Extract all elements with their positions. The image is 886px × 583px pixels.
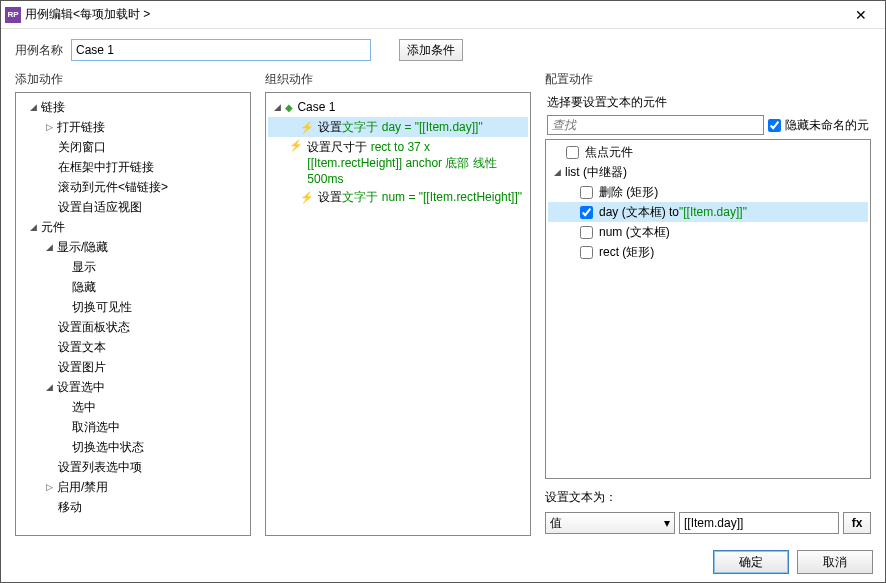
target-tree-box: 焦点元件 ◢list (中继器) 删除 (矩形) day (文本框) to "[… <box>545 139 871 479</box>
add-action-column: 添加动作 ◢链接 ▷打开链接 关闭窗口 在框架中打开链接 滚动到元件<锚链接> … <box>15 71 251 536</box>
action-tree: ◢链接 ▷打开链接 关闭窗口 在框架中打开链接 滚动到元件<锚链接> 设置自适应… <box>16 93 250 521</box>
action-set-size-rect[interactable]: ⚡设置尺寸于 rect to 37 x [[Item.rectHeight]] … <box>268 137 528 187</box>
add-action-box: ◢链接 ▷打开链接 关闭窗口 在框架中打开链接 滚动到元件<锚链接> 设置自适应… <box>15 92 251 536</box>
tree-item[interactable]: 取消选中 <box>18 417 248 437</box>
target-rect[interactable]: rect (矩形) <box>548 242 868 262</box>
hide-unnamed-label: 隐藏未命名的元 <box>785 117 869 134</box>
case-icon: ◆ <box>285 102 293 113</box>
expand-icon[interactable]: ▷ <box>44 482 55 493</box>
configure-column: 配置动作 选择要设置文本的元件 隐藏未命名的元 焦点元件 ◢list (中继器)… <box>545 71 871 536</box>
search-input[interactable] <box>547 115 764 135</box>
target-checkbox[interactable] <box>580 226 593 239</box>
fx-button[interactable]: fx <box>843 512 871 534</box>
case-row[interactable]: ◢◆Case 1 <box>268 97 528 117</box>
window-title: 用例编辑<每项加载时 > <box>25 6 841 23</box>
tree-item[interactable]: 关闭窗口 <box>18 137 248 157</box>
tree-group-widget[interactable]: ◢元件 <box>18 217 248 237</box>
search-row: 隐藏未命名的元 <box>545 115 871 139</box>
tree-item[interactable]: 设置自适应视图 <box>18 197 248 217</box>
ok-button[interactable]: 确定 <box>713 550 789 574</box>
tree-group-showhide[interactable]: ◢显示/隐藏 <box>18 237 248 257</box>
add-action-title: 添加动作 <box>15 71 251 88</box>
tree-item[interactable]: 设置文本 <box>18 337 248 357</box>
chevron-down-icon: ▾ <box>664 516 670 530</box>
collapse-icon[interactable]: ◢ <box>552 167 563 178</box>
expand-icon[interactable]: ▷ <box>44 122 55 133</box>
tree-item[interactable]: 设置图片 <box>18 357 248 377</box>
tree-item[interactable]: 滚动到元件<锚链接> <box>18 177 248 197</box>
collapse-icon[interactable]: ◢ <box>44 382 55 393</box>
tree-item[interactable]: 切换选中状态 <box>18 437 248 457</box>
target-tree: 焦点元件 ◢list (中继器) 删除 (矩形) day (文本框) to "[… <box>546 140 870 264</box>
tree-item[interactable]: 设置列表选中项 <box>18 457 248 477</box>
case-name-row: 用例名称 添加条件 <box>1 29 885 71</box>
app-icon: RP <box>5 7 21 23</box>
tree-group-link[interactable]: ◢链接 <box>18 97 248 117</box>
configure-header: 选择要设置文本的元件 <box>545 92 871 115</box>
target-day[interactable]: day (文本框) to "[[Item.day]]" <box>548 202 868 222</box>
tree-item[interactable]: 隐藏 <box>18 277 248 297</box>
dialog-footer: 确定 取消 <box>1 542 885 582</box>
add-condition-button[interactable]: 添加条件 <box>399 39 463 61</box>
tree-item[interactable]: 设置面板状态 <box>18 317 248 337</box>
collapse-icon[interactable]: ◢ <box>272 102 283 113</box>
set-text-section: 设置文本为： 值▾ fx <box>545 479 871 536</box>
tree-item[interactable]: 在框架中打开链接 <box>18 157 248 177</box>
titlebar: RP 用例编辑<每项加载时 > ✕ <box>1 1 885 29</box>
target-delete[interactable]: 删除 (矩形) <box>548 182 868 202</box>
target-checkbox[interactable] <box>580 206 593 219</box>
case-name-label: 用例名称 <box>15 42 63 59</box>
tree-item[interactable]: ▷打开链接 <box>18 117 248 137</box>
columns: 添加动作 ◢链接 ▷打开链接 关闭窗口 在框架中打开链接 滚动到元件<锚链接> … <box>1 71 885 542</box>
tree-item[interactable]: 移动 <box>18 497 248 517</box>
target-checkbox[interactable] <box>580 186 593 199</box>
organize-column: 组织动作 ◢◆Case 1 ⚡设置 文字于 day = "[[Item.day]… <box>265 71 531 536</box>
bolt-icon: ⚡ <box>300 121 314 134</box>
tree-item[interactable]: ▷启用/禁用 <box>18 477 248 497</box>
set-text-label: 设置文本为： <box>545 489 871 506</box>
value-type-dropdown[interactable]: 值▾ <box>545 512 675 534</box>
bolt-icon: ⚡ <box>300 191 314 204</box>
action-set-text-day[interactable]: ⚡设置 文字于 day = "[[Item.day]]" <box>268 117 528 137</box>
configure-title: 配置动作 <box>545 71 871 88</box>
bolt-icon: ⚡ <box>289 139 303 152</box>
tree-item[interactable]: 选中 <box>18 397 248 417</box>
target-num[interactable]: num (文本框) <box>548 222 868 242</box>
target-list[interactable]: ◢list (中继器) <box>548 162 868 182</box>
collapse-icon[interactable]: ◢ <box>28 102 39 113</box>
case-name-input[interactable] <box>71 39 371 61</box>
organize-box: ◢◆Case 1 ⚡设置 文字于 day = "[[Item.day]]" ⚡设… <box>265 92 531 536</box>
target-checkbox[interactable] <box>566 146 579 159</box>
close-button[interactable]: ✕ <box>841 7 881 23</box>
hide-unnamed-checkbox[interactable] <box>768 119 781 132</box>
tree-group-selected[interactable]: ◢设置选中 <box>18 377 248 397</box>
target-checkbox[interactable] <box>580 246 593 259</box>
set-text-row: 值▾ fx <box>545 510 871 536</box>
target-focus[interactable]: 焦点元件 <box>548 142 868 162</box>
dialog-window: RP 用例编辑<每项加载时 > ✕ 用例名称 添加条件 添加动作 ◢链接 ▷打开… <box>0 0 886 583</box>
collapse-icon[interactable]: ◢ <box>44 242 55 253</box>
cancel-button[interactable]: 取消 <box>797 550 873 574</box>
case-tree: ◢◆Case 1 ⚡设置 文字于 day = "[[Item.day]]" ⚡设… <box>266 93 530 211</box>
action-set-text-num[interactable]: ⚡设置 文字于 num = "[[Item.rectHeight]]" <box>268 187 528 207</box>
organize-title: 组织动作 <box>265 71 531 88</box>
tree-item[interactable]: 显示 <box>18 257 248 277</box>
tree-item[interactable]: 切换可见性 <box>18 297 248 317</box>
value-input[interactable] <box>679 512 839 534</box>
collapse-icon[interactable]: ◢ <box>28 222 39 233</box>
